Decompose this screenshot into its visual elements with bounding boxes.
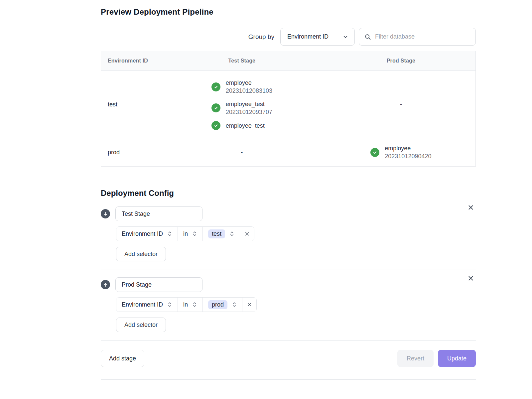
database-item[interactable]: employee 20231012090420 (370, 144, 431, 161)
selector-key-select[interactable]: Environment ID (116, 227, 178, 241)
chevron-updown-icon (167, 302, 172, 308)
main-content: Preview Deployment Pipeline Group by Env… (101, 0, 476, 380)
pipeline-toolbar: Group by Environment ID (101, 28, 476, 46)
section-divider (101, 270, 476, 270)
database-name: employee_test (226, 100, 272, 108)
revert-button[interactable]: Revert (397, 350, 434, 367)
environment-name: prod (101, 138, 157, 166)
section-divider (101, 340, 476, 341)
stage-name-input[interactable] (115, 206, 202, 221)
database-item[interactable]: employee_test (211, 121, 265, 130)
database-version: 20231012083103 (226, 87, 272, 95)
success-check-icon (370, 148, 379, 157)
chevron-down-icon (342, 34, 348, 40)
selector-value-badge: test (208, 229, 225, 238)
selector-operator-select[interactable]: in (178, 298, 203, 312)
selector-operator-value: in (183, 301, 188, 308)
selector-value-badge: prod (208, 300, 227, 309)
pipeline-table: Environment ID Test Stage Prod Stage tes… (101, 51, 476, 167)
table-row-prod: prod - employee 20231012090420 (101, 138, 475, 166)
bottom-divider (101, 379, 476, 380)
group-by-value: Environment ID (287, 33, 329, 40)
stage-config-prod: Environment ID in prod Add sel (101, 277, 476, 332)
database-item[interactable]: employee_test 20231012093707 (211, 100, 272, 116)
selector-value-select[interactable]: test (203, 227, 240, 241)
arrow-down-circle-icon (101, 209, 110, 218)
selector-row: Environment ID in test (116, 226, 254, 241)
chevron-updown-icon (192, 302, 197, 308)
database-name: employee (385, 144, 431, 152)
chevron-updown-icon (167, 231, 172, 237)
selector-key-value: Environment ID (122, 230, 163, 237)
test-stage-database-list: employee 20231012083103 employee_test 20… (211, 71, 272, 138)
column-header-test-stage: Test Stage (157, 58, 327, 64)
chevron-updown-icon (232, 302, 237, 308)
remove-selector-button[interactable] (242, 298, 256, 312)
page-title: Preview Deployment Pipeline (101, 7, 476, 17)
column-header-prod-stage: Prod Stage (327, 58, 475, 64)
column-header-environment-id: Environment ID (101, 58, 157, 64)
table-row-test: test employee 20231012083103 (101, 71, 475, 138)
database-version: 20231012093707 (226, 108, 272, 116)
deployment-config-title: Deployment Config (101, 189, 476, 198)
group-by-label: Group by (248, 33, 274, 41)
add-selector-button[interactable]: Add selector (116, 318, 166, 332)
database-filter-input[interactable] (375, 33, 470, 40)
remove-stage-button[interactable] (466, 273, 476, 283)
chevron-updown-icon (192, 231, 197, 237)
stage-name-input[interactable] (115, 277, 202, 292)
environment-name: test (101, 71, 157, 138)
group-by-select[interactable]: Environment ID (280, 28, 355, 46)
update-button[interactable]: Update (438, 350, 476, 367)
search-icon (364, 34, 371, 40)
success-check-icon (211, 82, 220, 91)
pipeline-table-header: Environment ID Test Stage Prod Stage (101, 51, 475, 71)
success-check-icon (211, 121, 220, 130)
config-footer: Add stage Revert Update (101, 350, 476, 367)
selector-key-select[interactable]: Environment ID (116, 298, 178, 312)
database-item[interactable]: employee 20231012083103 (211, 79, 272, 95)
selector-value-select[interactable]: prod (203, 298, 242, 312)
selector-operator-value: in (183, 230, 188, 237)
database-name: employee (226, 79, 272, 87)
remove-selector-button[interactable] (240, 227, 254, 241)
database-filter[interactable] (359, 28, 476, 46)
add-selector-button[interactable]: Add selector (116, 247, 166, 261)
add-stage-button[interactable]: Add stage (101, 350, 144, 367)
selector-key-value: Environment ID (122, 301, 163, 308)
test-stage-empty: - (157, 138, 327, 166)
success-check-icon (211, 103, 220, 112)
chevron-updown-icon (229, 231, 234, 237)
stage-config-test: Environment ID in test Add sel (101, 206, 476, 261)
database-name: employee_test (226, 122, 265, 130)
database-version: 20231012090420 (385, 152, 431, 160)
selector-operator-select[interactable]: in (178, 227, 203, 241)
prod-stage-empty: - (327, 71, 475, 138)
selector-row: Environment ID in prod (116, 297, 257, 312)
arrow-up-circle-icon (101, 280, 110, 289)
remove-stage-button[interactable] (466, 202, 476, 212)
